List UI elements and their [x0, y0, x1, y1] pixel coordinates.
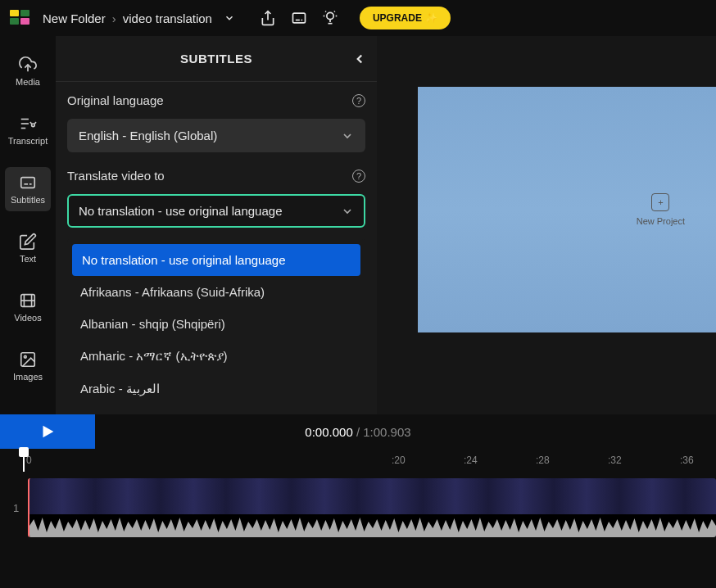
dropdown-option[interactable]: Arabic - العربية: [67, 373, 365, 405]
dropdown-option[interactable]: No translation - use original language: [72, 244, 360, 276]
sidebar-item-images[interactable]: Images: [0, 344, 56, 388]
original-language-select[interactable]: English - English (Global): [67, 119, 365, 152]
sidebar-item-label: Subtitles: [11, 195, 45, 205]
breadcrumb-current[interactable]: video translation: [123, 11, 212, 25]
upgrade-label: UPGRADE: [373, 12, 422, 24]
image-icon: [19, 351, 37, 369]
sidebar-item-text[interactable]: Text: [0, 226, 56, 270]
breadcrumb: New Folder › video translation: [43, 11, 212, 25]
sparkle-icon: ✨: [425, 12, 437, 24]
translate-to-label: Translate video to: [67, 169, 165, 183]
svg-rect-18: [21, 178, 35, 188]
top-bar: New Folder › video translation UPGRADE ✨: [0, 0, 716, 36]
captions-icon[interactable]: [291, 10, 307, 26]
ruler-tick: :20: [392, 455, 406, 466]
video-clip[interactable]: [28, 478, 716, 537]
translate-to-select[interactable]: No translation - use original language: [67, 194, 365, 228]
upgrade-button[interactable]: UPGRADE ✨: [360, 7, 451, 29]
svg-point-4: [327, 12, 333, 19]
original-language-label: Original language: [67, 93, 164, 107]
preview-canvas: + New Project: [418, 87, 716, 332]
breadcrumb-root[interactable]: New Folder: [43, 11, 106, 25]
help-icon[interactable]: ?: [352, 170, 365, 183]
plus-icon: +: [651, 193, 669, 211]
svg-rect-1: [292, 13, 305, 23]
film-icon: [19, 292, 37, 310]
current-time: 0:00.000: [305, 425, 352, 439]
transcript-icon: [19, 115, 37, 133]
dropdown-option[interactable]: Amharic - አማርኛ (ኢትዮጵያ): [67, 340, 365, 373]
play-icon: [39, 423, 57, 441]
sidebar-item-videos[interactable]: Videos: [0, 285, 56, 329]
chevron-down-icon: [341, 205, 354, 218]
panel-title: SUBTITLES: [180, 52, 252, 66]
breadcrumb-dropdown-icon[interactable]: [224, 12, 235, 24]
track-number: 1: [13, 502, 21, 514]
svg-line-10: [334, 11, 335, 12]
sidebar-item-label: Transcript: [8, 136, 48, 146]
new-project-label: New Project: [637, 216, 685, 226]
sidebar-item-label: Images: [13, 372, 43, 382]
sidebar-item-subtitles[interactable]: Subtitles: [5, 167, 51, 211]
new-project-button[interactable]: + New Project: [637, 193, 685, 226]
svg-marker-27: [43, 426, 54, 438]
sidebar-item-label: Media: [16, 77, 40, 87]
help-icon[interactable]: ?: [352, 94, 365, 107]
app-logo: [10, 10, 31, 26]
translate-to-value: No translation - use original language: [79, 204, 283, 218]
svg-line-17: [34, 122, 36, 124]
sidebar-item-transcript[interactable]: Transcript: [0, 108, 56, 152]
sidebar-item-label: Text: [20, 254, 36, 264]
ruler-tick: :24: [464, 455, 478, 466]
svg-point-15: [32, 124, 35, 127]
text-edit-icon: [19, 233, 37, 251]
dropdown-option[interactable]: Albanian - shqip (Shqipëri): [67, 308, 365, 340]
ruler-tick: :32: [608, 455, 622, 466]
audio-waveform: [29, 514, 716, 537]
play-button[interactable]: [0, 414, 95, 449]
chevron-down-icon: [341, 129, 354, 142]
ruler-tick: :28: [536, 455, 550, 466]
dropdown-option[interactable]: Afrikaans - Afrikaans (Suid-Afrika): [67, 276, 365, 308]
timeline-ruler[interactable]: 0 :20 :24 :28 :32 :36: [0, 449, 716, 472]
chevron-right-icon: ›: [112, 11, 116, 25]
svg-line-9: [325, 11, 326, 12]
share-icon[interactable]: [260, 10, 276, 26]
cloud-upload-icon: [19, 56, 37, 74]
total-time: 1:00.903: [363, 425, 410, 439]
sidebar-item-label: Videos: [14, 313, 41, 323]
original-language-value: English - English (Global): [79, 129, 217, 142]
timecode: 0:00.000 / 1:00.903: [305, 425, 410, 439]
svg-line-16: [30, 122, 32, 124]
panel-header: SUBTITLES: [56, 36, 377, 82]
ruler-tick: :36: [680, 455, 694, 466]
timeline: 0:00.000 / 1:00.903 0 :20 :24 :28 :32 :3…: [0, 414, 716, 588]
subtitles-icon: [19, 174, 37, 192]
svg-point-26: [24, 355, 26, 358]
playhead[interactable]: [23, 449, 25, 472]
sidebar-item-media[interactable]: Media: [0, 49, 56, 93]
track-row: 1: [0, 472, 716, 537]
lightbulb-icon[interactable]: [322, 10, 338, 26]
collapse-panel-button[interactable]: [352, 52, 367, 66]
